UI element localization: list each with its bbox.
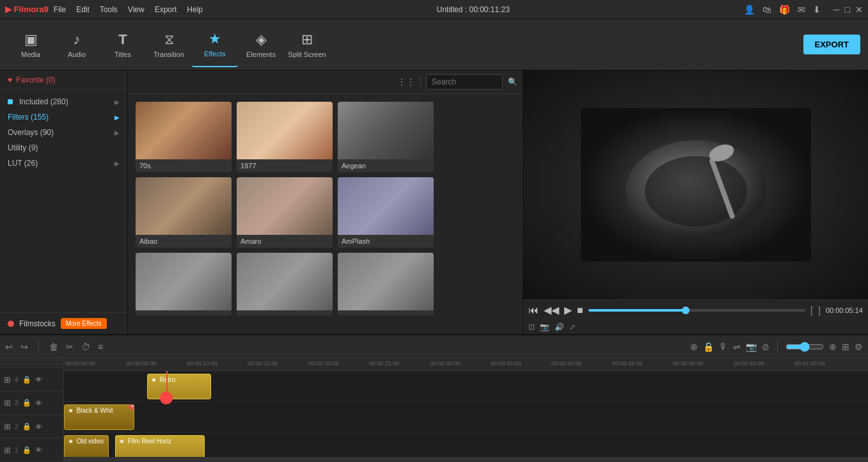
delete-button[interactable]: 🗑 (49, 342, 58, 352)
clip-oldvideo[interactable]: ★ Old video (64, 435, 109, 457)
snapshot-button[interactable]: 📷 (746, 342, 757, 352)
progress-handle[interactable] (682, 307, 690, 314)
category-list: Included (280) ▶ Filters (155) ▶ Overlay… (0, 90, 127, 175)
step-back-button[interactable]: ◀◀ (544, 304, 559, 316)
track-1-lock-icon[interactable]: 🔒 (22, 446, 31, 454)
toolbar-elements[interactable]: ◈ Elements (238, 22, 284, 67)
minimize-button[interactable]: ─ (833, 4, 840, 15)
tracks-area: ★ Retro ★ Black & Whit ✕ (64, 371, 868, 457)
redo-button[interactable]: ↪ (20, 342, 28, 352)
menu-file[interactable]: File (54, 5, 66, 14)
drag-handle[interactable] (160, 392, 173, 404)
lock-button[interactable]: 🔒 (703, 342, 714, 352)
user-icon[interactable]: 👤 (744, 4, 755, 15)
rewind-button[interactable]: ⏮ (528, 305, 539, 316)
zoom-slider[interactable] (785, 342, 824, 352)
ts-45: 00:00:45:00 (612, 360, 643, 367)
export-button[interactable]: EXPORT (803, 35, 860, 54)
toolbar-effects[interactable]: ★ Effects (192, 22, 238, 67)
titlebar-right: 👤 🛍 🎁 ✉ ⬇ ─ □ ✕ (744, 4, 863, 15)
layout-button[interactable]: ⊞ (842, 342, 849, 352)
play-button[interactable]: ▶ (564, 304, 572, 316)
track-4-lock-icon[interactable]: 🔒 (22, 376, 31, 384)
download-icon[interactable]: ⬇ (813, 4, 821, 15)
menu-tools[interactable]: Tools (100, 5, 118, 14)
track-3-eye-icon[interactable]: 👁 (35, 399, 42, 407)
effect-card-partial2[interactable] (237, 253, 333, 315)
toolbar-media[interactable]: ▣ Media (8, 22, 54, 67)
undo-button[interactable]: ↩ (5, 342, 13, 352)
preview-snapshot-icon[interactable]: 📷 (540, 323, 549, 331)
toolbar-transition[interactable]: ⧖ Transition (146, 22, 192, 67)
preview-volume-icon[interactable]: 🔊 (555, 323, 564, 331)
horizontal-scrollbar[interactable] (64, 457, 868, 462)
menu-view[interactable]: View (128, 5, 145, 14)
preview-video-content (523, 70, 868, 299)
toolbar-titles[interactable]: T Titles (100, 22, 146, 67)
favorites-bar[interactable]: ♥ Favorite (0) (0, 70, 127, 90)
ts-10: 00:00:10:00 (187, 360, 217, 367)
media-icon: ▣ (24, 31, 38, 48)
speed-button[interactable]: ⏱ (81, 342, 90, 352)
elements-icon: ◈ (256, 31, 267, 48)
effect-card-aibao[interactable]: Aibao (136, 177, 232, 248)
menu-help[interactable]: Help (187, 5, 203, 14)
ts-15: 00:00:15:00 (248, 360, 278, 367)
timeline-toolbar: ↩ ↪ 🗑 ✂ ⏱ ≡ ⊕ 🔒 🎙 ⇌ 📷 ⊘ ⊕ ⊞ ⚙ (0, 335, 868, 358)
timeline-body: ⊞ 4 🔒 👁 ⊞ 3 🔒 👁 ⊞ 2 🔒 👁 ⊞ 1 (0, 358, 868, 462)
effect-card-amaro[interactable]: Amaro (237, 177, 333, 248)
effect-card-70s[interactable]: 70s (136, 102, 232, 172)
content-panel: ⋮⋮ 🔍 70s 1977 Aegean Aibao (128, 70, 523, 334)
track-3-number: 3 (15, 399, 19, 406)
clip-filmreel[interactable]: ★ Film Reel Horiz (115, 435, 205, 457)
effect-thumb-amaro (237, 177, 333, 235)
track-2-eye-icon[interactable]: 👁 (35, 423, 42, 431)
effect-card-partial1[interactable] (136, 253, 232, 315)
swap-button[interactable]: ⇌ (733, 342, 741, 352)
gift-icon[interactable]: 🎁 (779, 4, 790, 15)
search-icon[interactable]: 🔍 (508, 77, 517, 86)
mail-icon[interactable]: ✉ (798, 4, 805, 15)
clip-blackwhite[interactable]: ★ Black & Whit ✕ (64, 404, 134, 430)
preview-fullscreen-icon[interactable]: ⊡ (528, 323, 535, 331)
grid-layout-icon[interactable]: ⋮⋮ (397, 77, 415, 87)
effect-card-partial3[interactable] (338, 253, 434, 315)
progress-bar[interactable] (588, 309, 805, 312)
toolbar-splitscreen[interactable]: ⊞ Split Screen (284, 22, 330, 67)
settings-button[interactable]: ⚙ (855, 342, 863, 352)
filmstocks-dot (8, 321, 14, 327)
track-3-lock-icon[interactable]: 🔒 (22, 399, 31, 407)
effect-card-amplash[interactable]: AmPlash (338, 177, 434, 248)
preview-panel: ⏮ ◀◀ ▶ ■ [ ] 00:00:05:14 ⊡ 📷 🔊 ⤢ (523, 70, 868, 334)
clip-retro[interactable]: ★ Retro (147, 374, 211, 399)
ts-35: 00:00:35:00 (491, 360, 521, 367)
menu-edit[interactable]: Edit (76, 5, 90, 14)
add-track-button[interactable]: ⊕ (690, 342, 698, 352)
zoom-in-button[interactable]: ⊕ (829, 342, 837, 352)
close-button[interactable]: ✕ (855, 4, 863, 15)
category-lut[interactable]: LUT (26) ▶ (0, 155, 127, 171)
remove-clip-icon[interactable]: ✕ (129, 404, 134, 410)
crop-button[interactable]: ≡ (98, 342, 103, 352)
more-effects-button[interactable]: More Effects (61, 318, 107, 329)
maximize-button[interactable]: □ (845, 4, 850, 15)
category-utility[interactable]: Utility (9) (0, 140, 127, 155)
store-icon[interactable]: 🛍 (762, 4, 771, 15)
toolbar-audio[interactable]: ♪ Audio (54, 22, 100, 67)
category-included[interactable]: Included (280) ▶ (0, 94, 127, 109)
search-input[interactable] (426, 74, 503, 90)
cut-button[interactable]: ✂ (66, 342, 74, 352)
track-4-eye-icon[interactable]: 👁 (35, 376, 42, 383)
effect-card-aegean[interactable]: Aegean (338, 102, 434, 172)
track-2-lock-icon[interactable]: 🔒 (22, 422, 31, 431)
category-overlays[interactable]: Overlays (90) ▶ (0, 125, 127, 140)
category-filters[interactable]: Filters (155) ▶ (0, 109, 127, 125)
track-1-eye-icon[interactable]: 👁 (35, 446, 42, 454)
stop-button[interactable]: ■ (577, 305, 583, 316)
preview-expand-icon[interactable]: ⤢ (569, 323, 576, 331)
splitscreen-icon: ⊞ (301, 31, 313, 48)
menu-export[interactable]: Export (155, 5, 177, 14)
mute-button[interactable]: ⊘ (762, 342, 769, 352)
effect-card-1977[interactable]: 1977 (237, 102, 333, 172)
mic-button[interactable]: 🎙 (719, 342, 728, 352)
